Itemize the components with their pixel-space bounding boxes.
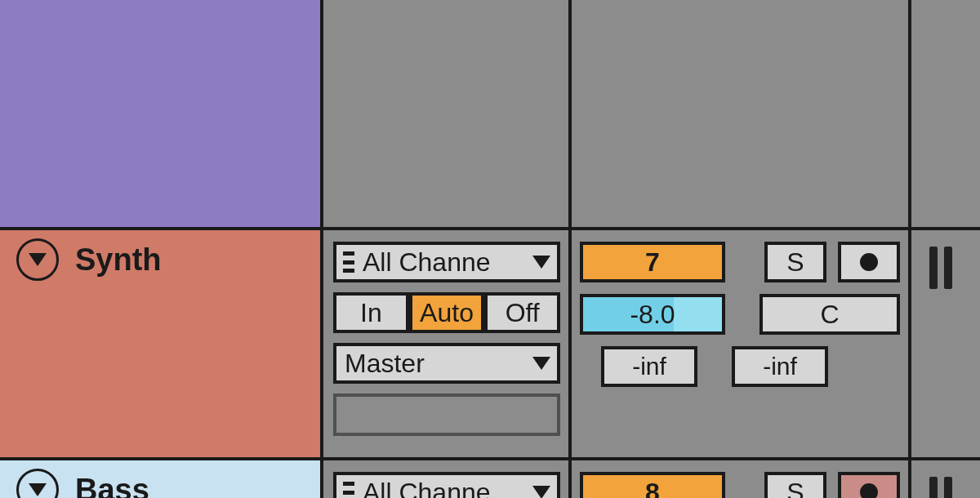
prev-track-mix xyxy=(572,0,911,227)
meter-bar-l xyxy=(929,247,938,289)
monitor-auto-button[interactable]: Auto xyxy=(409,292,485,333)
track-io: All Channe In Auto Off Master xyxy=(323,230,572,457)
volume-value: -8.0 xyxy=(630,300,675,330)
mixer-view: Synth All Channe In Auto Off Master xyxy=(0,0,980,498)
svg-point-3 xyxy=(860,483,878,498)
track-activator[interactable]: 7 xyxy=(580,242,725,282)
track-row-synth: Synth All Channe In Auto Off Master xyxy=(0,230,980,460)
record-arm-icon xyxy=(858,482,880,498)
monitor-off-button[interactable]: Off xyxy=(484,292,560,333)
meter-bar-l xyxy=(929,477,938,498)
monitor-in-button[interactable]: In xyxy=(333,292,409,333)
track-header[interactable]: Synth xyxy=(0,230,323,457)
track-meter xyxy=(911,230,977,457)
arm-button[interactable] xyxy=(838,242,900,282)
track-row-bass: Bass All Channe In Auto Off Master xyxy=(0,460,980,498)
input-channel-dropdown[interactable]: All Channe xyxy=(333,242,560,282)
track-mix: 8 S -6.0 C xyxy=(572,460,911,498)
arm-button[interactable] xyxy=(838,472,900,498)
solo-button[interactable]: S xyxy=(764,472,826,498)
meter-bar-r xyxy=(944,247,952,289)
chevron-down-icon xyxy=(29,483,47,496)
monitor-switch: In Auto Off xyxy=(333,292,560,333)
pan-field[interactable]: C xyxy=(760,294,900,335)
track-name-label: Synth xyxy=(75,242,162,278)
prev-track-name xyxy=(0,0,323,227)
input-channel-dropdown[interactable]: All Channe xyxy=(333,472,560,498)
output-channel-slot[interactable] xyxy=(333,394,560,436)
svg-point-1 xyxy=(860,253,878,271)
dropdown-arrow-icon xyxy=(532,256,550,269)
volume-field[interactable]: -8.0 xyxy=(580,294,725,335)
drag-grip-icon xyxy=(343,482,354,498)
track-fold-button[interactable] xyxy=(16,469,59,498)
peak-left[interactable]: -inf xyxy=(601,346,697,387)
track-activator[interactable]: 8 xyxy=(580,472,725,498)
track-meter xyxy=(911,460,977,498)
prev-track-io xyxy=(323,0,572,227)
record-arm-icon xyxy=(858,251,880,273)
drag-grip-icon xyxy=(343,251,354,273)
svg-marker-2 xyxy=(29,483,47,496)
solo-button[interactable]: S xyxy=(764,242,826,282)
input-channel-label: All Channe xyxy=(363,478,529,499)
output-routing-dropdown[interactable]: Master xyxy=(333,343,560,384)
prev-track-meter xyxy=(911,0,977,227)
track-header[interactable]: Bass xyxy=(0,460,323,498)
dropdown-arrow-icon xyxy=(532,486,550,498)
meter-bar-r xyxy=(944,477,952,498)
level-meter xyxy=(929,247,952,289)
peak-right[interactable]: -inf xyxy=(732,346,828,387)
level-meter xyxy=(929,477,952,498)
input-channel-label: All Channe xyxy=(363,247,529,278)
track-mix: 7 S -8.0 C xyxy=(572,230,911,457)
track-io: All Channe In Auto Off Master xyxy=(323,460,572,498)
dropdown-arrow-icon xyxy=(532,357,550,370)
chevron-down-icon xyxy=(29,253,47,266)
svg-marker-0 xyxy=(29,253,47,266)
track-name-label: Bass xyxy=(75,473,149,499)
track-fold-button[interactable] xyxy=(16,238,59,281)
output-routing-label: Master xyxy=(343,349,529,379)
prev-track-strip xyxy=(0,0,980,230)
